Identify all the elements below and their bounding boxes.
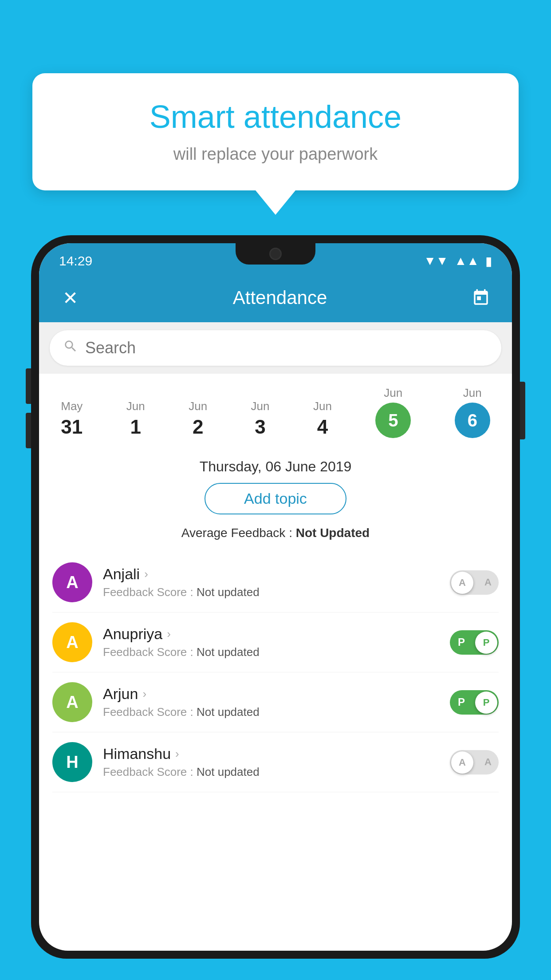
student-name: Arjun › bbox=[103, 685, 439, 703]
add-topic-button[interactable]: Add topic bbox=[205, 483, 346, 514]
student-item[interactable]: AArjun ›Feedback Score : Not updatedPP bbox=[52, 672, 499, 732]
student-avatar: H bbox=[52, 742, 92, 782]
speech-bubble: Smart attendance will replace your paper… bbox=[32, 73, 519, 190]
student-feedback: Feedback Score : Not updated bbox=[103, 585, 439, 599]
content-area: Thursday, 06 June 2019 Add topic Average… bbox=[39, 446, 512, 792]
feedback-avg-value: Not Updated bbox=[296, 526, 370, 540]
attendance-toggle[interactable]: AA bbox=[450, 570, 499, 595]
attendance-toggle[interactable]: AA bbox=[450, 750, 499, 775]
close-button[interactable]: ✕ bbox=[57, 285, 83, 311]
screen-title: Attendance bbox=[92, 287, 468, 308]
calendar-day[interactable]: Jun3 bbox=[247, 396, 274, 442]
battery-icon: ▮ bbox=[485, 254, 492, 269]
speech-bubble-tail bbox=[256, 190, 295, 215]
notch bbox=[236, 243, 315, 265]
student-item[interactable]: AAnupriya ›Feedback Score : Not updatedP… bbox=[52, 612, 499, 672]
student-name: Himanshu › bbox=[103, 745, 439, 763]
search-input[interactable] bbox=[85, 339, 488, 357]
hero-subtitle: will replace your paperwork bbox=[59, 145, 492, 164]
student-info: Himanshu ›Feedback Score : Not updated bbox=[103, 745, 439, 779]
student-avatar: A bbox=[52, 562, 92, 602]
calendar-day[interactable]: May31 bbox=[56, 396, 87, 442]
calendar-strip: May31Jun1Jun2Jun3Jun4Jun5Jun6 bbox=[39, 374, 512, 446]
student-name: Anjali › bbox=[103, 565, 439, 583]
feedback-avg-label: Average Feedback : bbox=[181, 526, 296, 540]
attendance-toggle[interactable]: PP bbox=[450, 690, 499, 715]
phone-frame: 14:29 ▼▼ ▲▲ ▮ ✕ Attendance bbox=[31, 235, 520, 959]
top-bar: ✕ Attendance bbox=[39, 273, 512, 322]
student-info: Arjun ›Feedback Score : Not updated bbox=[103, 685, 439, 719]
average-feedback: Average Feedback : Not Updated bbox=[39, 522, 512, 553]
calendar-day[interactable]: Jun2 bbox=[184, 396, 212, 442]
student-avatar: A bbox=[52, 682, 92, 722]
student-item[interactable]: HHimanshu ›Feedback Score : Not updatedA… bbox=[52, 732, 499, 792]
search-bar[interactable] bbox=[50, 330, 501, 366]
student-name: Anupriya › bbox=[103, 625, 439, 643]
signal-icon: ▲▲ bbox=[455, 254, 479, 268]
status-time: 14:29 bbox=[59, 253, 92, 269]
student-info: Anjali ›Feedback Score : Not updated bbox=[103, 565, 439, 599]
power-button bbox=[520, 382, 525, 439]
student-item[interactable]: AAnjali ›Feedback Score : Not updatedAA bbox=[52, 553, 499, 612]
camera bbox=[269, 248, 282, 260]
student-feedback: Feedback Score : Not updated bbox=[103, 645, 439, 659]
student-list: AAnjali ›Feedback Score : Not updatedAAA… bbox=[39, 553, 512, 792]
calendar-day[interactable]: Jun6 bbox=[450, 383, 495, 442]
calendar-day[interactable]: Jun1 bbox=[122, 396, 150, 442]
phone-container: 14:29 ▼▼ ▲▲ ▮ ✕ Attendance bbox=[31, 235, 520, 980]
student-info: Anupriya ›Feedback Score : Not updated bbox=[103, 625, 439, 659]
wifi-icon: ▼▼ bbox=[424, 254, 448, 268]
vol-up-button bbox=[26, 368, 31, 404]
calendar-button[interactable] bbox=[468, 285, 494, 311]
hero-title: Smart attendance bbox=[59, 98, 492, 136]
calendar-day[interactable]: Jun5 bbox=[371, 383, 415, 442]
attendance-toggle[interactable]: PP bbox=[450, 630, 499, 655]
phone-screen: 14:29 ▼▼ ▲▲ ▮ ✕ Attendance bbox=[39, 243, 512, 951]
search-bar-container bbox=[39, 322, 512, 374]
selected-date: Thursday, 06 June 2019 bbox=[39, 446, 512, 483]
vol-down-button bbox=[26, 413, 31, 448]
status-icons: ▼▼ ▲▲ ▮ bbox=[424, 254, 492, 269]
student-feedback: Feedback Score : Not updated bbox=[103, 765, 439, 779]
student-feedback: Feedback Score : Not updated bbox=[103, 705, 439, 719]
student-avatar: A bbox=[52, 622, 92, 662]
calendar-day[interactable]: Jun4 bbox=[309, 396, 336, 442]
speech-bubble-container: Smart attendance will replace your paper… bbox=[32, 73, 519, 215]
search-icon bbox=[63, 339, 78, 357]
